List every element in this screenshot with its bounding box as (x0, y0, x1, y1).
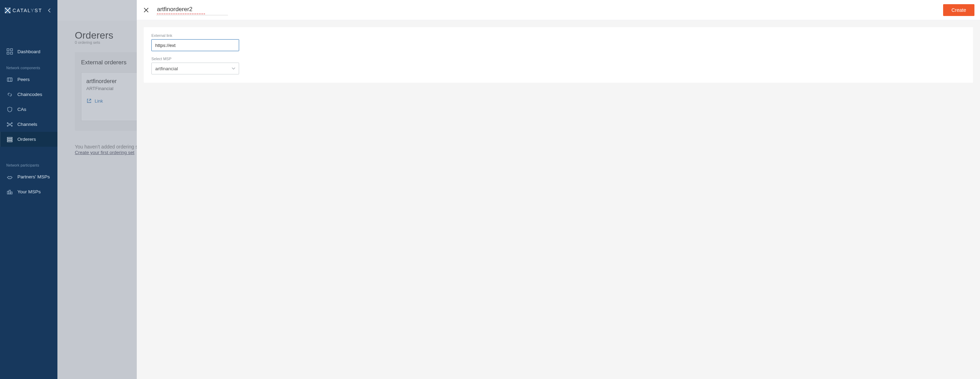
svg-rect-13 (7, 191, 9, 194)
peers-icon (6, 76, 13, 83)
modal-header: Create (137, 0, 980, 20)
channels-icon (6, 121, 13, 128)
orderers-icon (6, 136, 13, 143)
sidebar-item-label: Channels (18, 122, 37, 127)
svg-rect-15 (11, 192, 12, 194)
sidebar-item-label: Peers (18, 77, 30, 82)
brand-mark-icon (5, 8, 10, 13)
sidebar-item-cas[interactable]: CAs (0, 102, 57, 117)
svg-point-5 (9, 124, 10, 125)
sidebar-item-peers[interactable]: Peers (0, 72, 57, 87)
dashboard-icon (6, 48, 13, 55)
close-modal-button[interactable] (141, 5, 151, 15)
partners-icon (6, 173, 13, 181)
sidebar-item-label: CAs (18, 107, 27, 112)
svg-rect-2 (7, 52, 9, 54)
svg-rect-0 (7, 49, 9, 51)
spellcheck-underline (157, 14, 206, 14)
your-msps-icon (6, 189, 13, 195)
select-msp-field: Select MSP artfinancial (151, 57, 966, 75)
external-link-input[interactable] (151, 39, 239, 51)
sidebar-item-chaincodes[interactable]: Chaincodes (0, 87, 57, 102)
sidebar-item-partners-msps[interactable]: Partners' MSPs (0, 169, 57, 184)
sidebar-item-label: Orderers (18, 136, 36, 142)
chaincodes-icon (6, 91, 13, 98)
app-root: CATALYST Dashboard Network components Pe… (0, 0, 980, 379)
modal-body: External link Select MSP artfinancial (137, 20, 980, 90)
sidebar-item-label: Chaincodes (18, 92, 42, 97)
svg-rect-3 (10, 52, 13, 54)
brand-text: CATALYST (13, 8, 42, 13)
brand-logo: CATALYST (5, 8, 42, 13)
sidebar-section-components: Network components (0, 61, 57, 72)
create-button[interactable]: Create (943, 4, 974, 16)
sidebar: CATALYST Dashboard Network components Pe… (0, 0, 57, 379)
svg-rect-4 (7, 78, 12, 81)
external-link-field: External link (151, 33, 966, 51)
external-link-label: External link (151, 33, 966, 38)
select-msp-dropdown[interactable]: artfinancial (151, 63, 239, 75)
sidebar-item-label: Dashboard (18, 49, 40, 54)
sidebar-header: CATALYST (0, 0, 57, 21)
sidebar-item-orderers[interactable]: Orderers (0, 132, 57, 147)
svg-rect-1 (10, 49, 13, 51)
svg-rect-12 (7, 141, 12, 142)
select-msp-value: artfinancial (155, 66, 178, 71)
sidebar-spacer (0, 21, 57, 42)
svg-rect-10 (7, 137, 12, 138)
chevron-down-icon (232, 67, 235, 70)
sidebar-section-participants: Network participants (0, 159, 57, 169)
svg-rect-14 (9, 190, 10, 194)
cas-icon (6, 106, 13, 113)
select-msp-label: Select MSP (151, 57, 966, 61)
collapse-sidebar-button[interactable] (46, 7, 52, 14)
sidebar-item-dashboard[interactable]: Dashboard (0, 42, 57, 61)
sidebar-item-label: Partners' MSPs (18, 174, 50, 179)
sidebar-item-channels[interactable]: Channels (0, 117, 57, 132)
orderer-name-field[interactable] (156, 5, 228, 15)
sidebar-item-label: Your MSPs (18, 189, 41, 194)
create-orderer-modal: Create External link Select MSP artfinan… (137, 0, 980, 379)
form-card: External link Select MSP artfinancial (144, 27, 973, 83)
main-area: Orderers 0 ordering sets External ordere… (57, 0, 980, 379)
svg-rect-11 (7, 139, 12, 140)
sidebar-item-your-msps[interactable]: Your MSPs (0, 184, 57, 199)
